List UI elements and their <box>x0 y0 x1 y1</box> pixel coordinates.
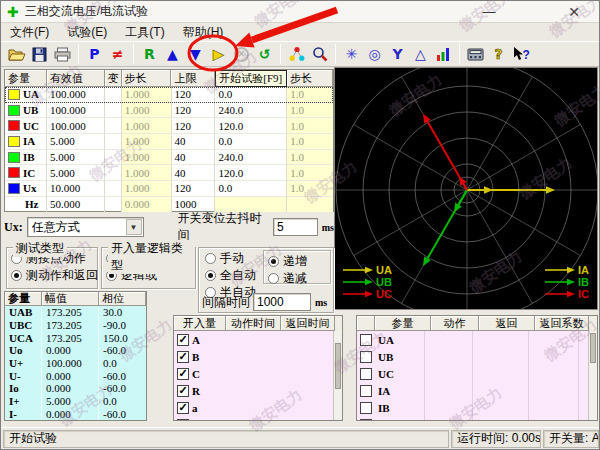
var-cell[interactable] <box>105 197 122 213</box>
checkbox-B[interactable]: ✓ <box>177 351 189 363</box>
step-up-button[interactable]: ▲ <box>161 43 184 65</box>
checkbox-b[interactable]: ✓ <box>177 419 189 422</box>
measure-header-1: 幅值 <box>42 292 99 306</box>
parameter-table: 参量有效值变步长上限开始试验[F9]步长UA100.0001.0001200.0… <box>4 69 334 212</box>
checkbox-UA[interactable] <box>360 334 372 346</box>
limit-cell[interactable]: 120 <box>172 118 216 134</box>
limit-cell[interactable]: 40 <box>172 165 216 181</box>
value-cell[interactable]: 5.000 <box>47 150 105 166</box>
var-cell[interactable] <box>105 118 122 134</box>
value-cell[interactable]: 10.000 <box>47 181 105 197</box>
minimize-button[interactable]: — <box>479 3 499 21</box>
phasor-view-button[interactable] <box>285 43 308 65</box>
phase-cell[interactable]: 240.0 <box>215 103 287 119</box>
scrollbar-thumb[interactable] <box>590 333 596 363</box>
chevron-down-icon[interactable]: ▼ <box>126 219 142 235</box>
phase-cell[interactable]: 0.0 <box>215 134 287 150</box>
test-type-option-1[interactable]: 测动作和返回 <box>11 268 95 282</box>
not-equal-button[interactable]: ≠ <box>106 43 129 65</box>
input-table-scrollbar[interactable] <box>333 331 342 420</box>
menu-item-2[interactable]: 工具(T) <box>116 23 173 42</box>
rings-view-button[interactable]: ◎ <box>363 43 386 65</box>
checkbox-R[interactable]: ✓ <box>177 385 189 397</box>
limit-cell[interactable]: 120 <box>172 181 216 197</box>
input-row-A: ✓A <box>174 331 342 348</box>
radio-button[interactable] <box>268 273 279 284</box>
checkbox-UC[interactable] <box>360 368 372 380</box>
close-button[interactable]: ✕ <box>564 3 584 21</box>
y-connection-button[interactable]: Y <box>386 43 409 65</box>
debounce-unit: ms <box>322 222 334 233</box>
var-cell[interactable] <box>105 103 122 119</box>
interval-value: 1000 <box>257 295 284 309</box>
print-button[interactable] <box>51 43 74 65</box>
radio-button-selected[interactable] <box>268 256 279 267</box>
checkbox-UB[interactable] <box>360 351 372 363</box>
measure-amplitude: 0.000 <box>42 369 99 382</box>
vector-arrowhead <box>365 291 373 298</box>
value-cell[interactable]: 100.000 <box>47 87 105 103</box>
checkbox-A[interactable]: ✓ <box>177 334 189 346</box>
checkbox-C[interactable]: ✓ <box>177 368 189 380</box>
undo-button[interactable]: ↺ <box>253 43 276 65</box>
var-cell[interactable] <box>105 87 122 103</box>
ux-mode-dropdown[interactable]: 任意方式 ▼ <box>27 217 144 237</box>
radio-button[interactable] <box>205 253 216 264</box>
var-cell[interactable] <box>105 134 122 150</box>
mode-option-0[interactable]: 手动 <box>205 251 256 265</box>
save-button[interactable] <box>28 43 51 65</box>
result-table-scrollbar[interactable] <box>588 331 597 420</box>
help-button[interactable]: ? <box>487 43 510 65</box>
value-cell[interactable]: 100.000 <box>47 103 105 119</box>
open-file-button[interactable] <box>5 43 28 65</box>
result-header-2: 返回 <box>479 316 535 331</box>
mode-option-1[interactable]: 全自动 <box>205 268 256 282</box>
step-up-button-glyph: ▲ <box>167 47 178 61</box>
radio-button-selected[interactable] <box>205 270 216 281</box>
checkbox-IC[interactable] <box>360 419 372 422</box>
scrollbar-thumb[interactable] <box>335 343 341 389</box>
context-help-button[interactable]: ? <box>510 43 533 65</box>
measure-amplitude: 173.205 <box>42 331 99 344</box>
menu-item-1[interactable]: 试验(E) <box>58 23 116 42</box>
value-cell[interactable]: 100.000 <box>47 118 105 134</box>
interval-input[interactable]: 1000 <box>253 293 311 311</box>
value-cell[interactable]: 5.000 <box>47 165 105 181</box>
phase-step-cell: 1.0 <box>287 165 333 181</box>
var-cell[interactable] <box>105 181 122 197</box>
limit-cell[interactable]: 120 <box>172 87 216 103</box>
debounce-input[interactable]: 5 <box>273 218 318 236</box>
var-cell[interactable] <box>105 165 122 181</box>
step-down-button[interactable]: ▼ <box>184 43 207 65</box>
phase-cell[interactable]: 240.0 <box>215 150 287 166</box>
limit-cell[interactable]: 40 <box>172 150 216 166</box>
checkbox-IA[interactable] <box>360 385 372 397</box>
limit-cell[interactable]: 120 <box>172 103 216 119</box>
limit-cell[interactable]: 40 <box>172 134 216 150</box>
reset-button[interactable]: R <box>138 43 161 65</box>
phase-cell[interactable]: 120.0 <box>215 165 287 181</box>
p-parameter-button[interactable]: P <box>83 43 106 65</box>
value-cell[interactable]: 5.000 <box>47 134 105 150</box>
direction-option-0[interactable]: 递增 <box>268 254 328 268</box>
checkbox-a[interactable]: ✓ <box>177 402 189 414</box>
star-view-button[interactable]: ✳ <box>340 43 363 65</box>
checkbox-IB[interactable] <box>360 402 372 414</box>
start-test-button[interactable]: ▶ <box>207 43 230 65</box>
direction-option-1[interactable]: 递减 <box>268 271 328 285</box>
menu-item-0[interactable]: 文件(F) <box>1 23 58 42</box>
zoom-button[interactable] <box>308 43 331 65</box>
phase-cell[interactable]: 120.0 <box>215 118 287 134</box>
result-param: IB <box>375 399 425 416</box>
phase-cell[interactable]: 0.0 <box>215 181 287 197</box>
legend-current-label-IC: IC <box>578 288 589 300</box>
measure-phase: -60.0 <box>99 369 146 382</box>
phase-cell[interactable]: 0.0 <box>215 87 287 103</box>
delta-connection-button[interactable]: △ <box>409 43 432 65</box>
bar-chart-button[interactable] <box>432 43 455 65</box>
var-cell[interactable] <box>105 150 122 166</box>
menu-item-3[interactable]: 帮助(H) <box>174 23 233 42</box>
calculator-button[interactable] <box>464 43 487 65</box>
value-cell[interactable]: 50.000 <box>47 197 105 213</box>
radio-button-selected[interactable] <box>11 270 22 281</box>
